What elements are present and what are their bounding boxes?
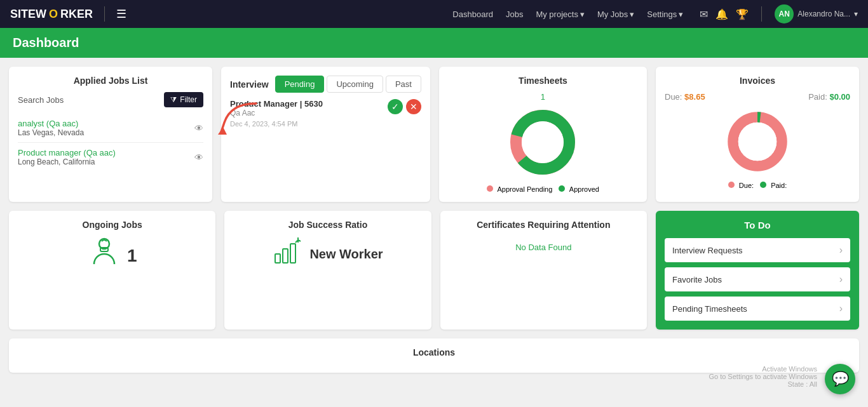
invoices-card: Invoices Due: $8.65 Paid: $0.00 <box>656 67 859 202</box>
pending-dot <box>487 185 493 192</box>
todo-item-timesheets[interactable]: Pending Timesheets › <box>665 297 850 321</box>
eye-icon[interactable]: 👁 <box>194 123 203 133</box>
chevron-down-icon: ▾ <box>679 10 683 19</box>
paid-amount: $0.00 <box>829 92 850 102</box>
interview-tabs: Pending Upcoming Past <box>275 76 421 93</box>
locations-card: Locations <box>9 338 859 373</box>
no-data-label: No Data Found <box>449 243 638 252</box>
list-item: analyst (Qa aac) Las Vegas, Nevada 👁 <box>18 114 203 143</box>
todo-favorite-label: Favorite Jobs <box>672 275 722 284</box>
tab-upcoming[interactable]: Upcoming <box>327 76 383 93</box>
job-success-title: Job Success Ratio <box>233 220 422 230</box>
invoices-legend: Due: Paid: <box>728 182 787 189</box>
hamburger-icon[interactable]: ☰ <box>116 7 126 21</box>
svg-rect-9 <box>283 249 288 263</box>
red-arrow <box>218 100 256 132</box>
todo-card: To Do Interview Requests › Favorite Jobs… <box>656 211 859 330</box>
logo-highlight: O <box>49 8 58 21</box>
todo-item-favorite[interactable]: Favorite Jobs › <box>665 267 850 291</box>
reject-interview-button[interactable]: ✕ <box>406 99 421 114</box>
main-content: Applied Jobs List Search Jobs ⧩ Filter a… <box>0 58 868 382</box>
legend-approved: Approved <box>559 185 599 193</box>
bell-icon[interactable]: 🔔 <box>715 8 728 20</box>
nav-jobs[interactable]: Jobs <box>506 10 523 19</box>
tab-past[interactable]: Past <box>386 76 421 93</box>
todo-title: To Do <box>665 220 850 230</box>
new-worker-label: New Worker <box>309 247 383 262</box>
svg-rect-8 <box>275 254 280 263</box>
accept-interview-button[interactable]: ✓ <box>388 99 403 114</box>
certificates-card: Certificates Requiring Attention No Data… <box>440 211 647 330</box>
nav-myjobs[interactable]: My Jobs ▾ <box>597 10 634 19</box>
nav-myprojects[interactable]: My projects ▾ <box>536 10 584 19</box>
nav-divider <box>104 6 105 22</box>
invoices-donut-wrapper: Due: Paid: <box>665 107 850 189</box>
eye-icon[interactable]: 👁 <box>194 152 203 163</box>
approved-dot <box>559 185 565 192</box>
user-menu[interactable]: AN Alexandro Na... ▾ <box>775 4 858 23</box>
job-success-card: Job Success Ratio New Worker <box>224 211 431 330</box>
legend-paid: Paid: <box>760 182 787 189</box>
ongoing-jobs-title: Ongoing Jobs <box>18 220 207 230</box>
chevron-down-icon: ▾ <box>630 10 634 19</box>
locations-title: Locations <box>18 347 850 357</box>
filter-icon: ⧩ <box>170 95 177 104</box>
todo-item-interview[interactable]: Interview Requests › <box>665 238 850 262</box>
invoices-donut <box>722 107 792 177</box>
list-item: Product manager (Qa aac) Long Beach, Cal… <box>18 143 203 171</box>
nav-settings[interactable]: Settings ▾ <box>647 10 683 19</box>
chevron-right-icon: › <box>839 274 843 285</box>
row-1: Applied Jobs List Search Jobs ⧩ Filter a… <box>9 67 859 202</box>
job-location: Long Beach, California <box>18 157 116 166</box>
certificates-title: Certificates Requiring Attention <box>449 220 638 230</box>
nav-icons: ✉ 🔔 🏆 <box>700 8 749 20</box>
ongoing-content: 1 <box>18 236 207 275</box>
logo: SITEWORKER <box>10 8 93 21</box>
timesheets-donut <box>505 104 581 180</box>
row-2: Ongoing Jobs 1 Job Success Ratio <box>9 211 859 330</box>
invoices-title: Invoices <box>665 76 850 86</box>
filter-button[interactable]: ⧩ Filter <box>164 92 203 107</box>
due-amount: $8.65 <box>684 92 705 102</box>
timesheets-title: Timesheets <box>448 76 638 86</box>
search-row: Search Jobs ⧩ Filter <box>18 92 203 107</box>
legend-pending: Approval Pending <box>487 185 552 193</box>
todo-interview-label: Interview Requests <box>672 246 743 255</box>
nav-dashboard[interactable]: Dashboard <box>452 10 493 19</box>
svg-marker-11 <box>218 127 227 135</box>
worker-icon <box>88 236 121 275</box>
search-label: Search Jobs <box>18 95 64 105</box>
ongoing-count: 1 <box>127 246 137 266</box>
dashboard-title: Dashboard <box>13 36 79 50</box>
chevron-right-icon: › <box>839 303 843 314</box>
svg-point-5 <box>738 123 777 161</box>
paid-label: Paid: <box>808 92 827 102</box>
job-success-content: New Worker <box>233 236 422 272</box>
avatar: AN <box>775 4 794 23</box>
interview-section-label: Interview <box>230 79 269 90</box>
user-chevron-icon: ▾ <box>854 10 858 18</box>
timesheets-legend: Approval Pending Approved <box>487 185 599 193</box>
job-title: analyst (Qa aac) <box>18 119 84 128</box>
nav-divider2 <box>761 6 762 22</box>
chat-icon: 💬 <box>832 371 849 382</box>
trophy-icon[interactable]: 🏆 <box>736 8 749 20</box>
job-title: Product manager (Qa aac) <box>18 148 116 157</box>
donut-wrapper: 1 Approval Pending <box>448 92 638 193</box>
due-label: Due: <box>665 92 682 102</box>
tab-pending[interactable]: Pending <box>275 76 325 93</box>
job-list: analyst (Qa aac) Las Vegas, Nevada 👁 Pro… <box>18 114 203 171</box>
dashboard-header: Dashboard <box>0 28 868 58</box>
interview-actions: ✓ ✕ <box>388 99 421 114</box>
applied-jobs-title: Applied Jobs List <box>18 76 203 86</box>
chevron-down-icon: ▾ <box>580 10 585 19</box>
timesheets-card: Timesheets 1 Approval Pending <box>439 67 647 202</box>
topnav: SITEWORKER ☰ Dashboard Jobs My projects … <box>0 0 868 28</box>
chart-svg <box>273 236 303 267</box>
applied-jobs-card: Applied Jobs List Search Jobs ⧩ Filter a… <box>9 67 212 202</box>
invoices-meta: Due: $8.65 Paid: $0.00 <box>665 92 850 102</box>
svg-rect-10 <box>290 244 295 263</box>
user-name: Alexandro Na... <box>797 10 850 18</box>
email-icon[interactable]: ✉ <box>700 8 708 20</box>
row-3: Locations <box>9 338 859 373</box>
